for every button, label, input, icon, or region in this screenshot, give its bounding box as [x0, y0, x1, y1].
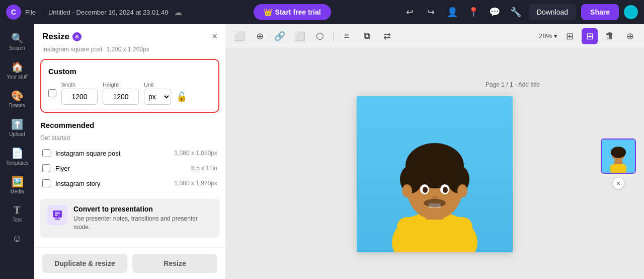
panel-subtitle: Instagram square post 1,200 x 1,200px [34, 46, 225, 59]
sidebar-item-your-stuff[interactable]: 🏠 Your stuff [2, 57, 32, 84]
sidebar-item-media[interactable]: 🖼️ Media [2, 172, 32, 198]
page-overview-icon[interactable]: ⊞ [561, 28, 578, 44]
svg-point-2 [76, 37, 77, 38]
align-tool-icon[interactable]: ≡ [339, 28, 355, 44]
svg-rect-5 [55, 215, 58, 216]
svg-rect-7 [397, 217, 472, 252]
comment-icon[interactable]: 💬 [487, 4, 503, 20]
zoom-dropdown-icon: ▾ [554, 32, 557, 40]
template-instagram-story-name: Instagram story [55, 180, 170, 187]
people-icon[interactable]: 👤 [444, 4, 460, 20]
file-menu[interactable]: File [25, 9, 36, 16]
start-trial-button[interactable]: 👑 Start free trial [254, 4, 331, 20]
width-input[interactable] [61, 89, 98, 105]
height-group: Height [103, 82, 139, 105]
template-instagram-square-size: 1,080 x 1,080px [175, 150, 217, 157]
instagram-square-checkbox[interactable] [42, 149, 50, 157]
media-icon: 🖼️ [11, 176, 24, 188]
topbar-right: ↩ ↪ 👤 📍 💬 🔧 Download Share [402, 4, 638, 20]
sidebar-label-text: Text [13, 217, 22, 223]
translate-tool-icon[interactable]: ⇄ [379, 28, 395, 44]
sidebar-label-upload: Upload [9, 131, 25, 137]
active-tool-icon[interactable]: ⊞ [582, 28, 598, 44]
convert-icon [47, 205, 67, 225]
sidebar: 🔍 Search 🏠 Your stuff 🎨 Brands ⬆️ Upload… [0, 24, 34, 279]
sidebar-item-text[interactable]: T Text [2, 200, 32, 227]
aspect-ratio-checkbox[interactable] [48, 89, 56, 97]
template-item-flyer[interactable]: Flyer 8.5 x 11in [40, 161, 219, 176]
toolbar-right: 28% ▾ ⊞ ⊞ 🗑 ⊕ [539, 28, 638, 44]
canvas-toolbar: ⬜ ⊕ 🔗 ⬜ ⬡ ≡ ⧉ ⇄ 28% ▾ ⊞ ⊞ 🗑 ⊕ [225, 24, 644, 48]
convert-banner[interactable]: Convert to presentation Use presenter no… [40, 199, 219, 238]
link-tool-icon[interactable]: 🔗 [272, 28, 288, 44]
svg-point-18 [423, 187, 428, 193]
thumbnail-card[interactable] [601, 138, 636, 174]
template-flyer-name: Flyer [55, 165, 186, 172]
svg-point-23 [402, 184, 412, 197]
download-button[interactable]: Download [529, 4, 576, 20]
text-icon: T [14, 204, 20, 216]
canva-logo: C [6, 5, 21, 20]
get-started-label: Get started [40, 134, 219, 142]
thumbnail-preview [602, 140, 635, 173]
circle-tool-icon[interactable]: ⬡ [312, 28, 328, 44]
sidebar-item-brands[interactable]: 🎨 Brands [2, 86, 32, 112]
sidebar-item-templates[interactable]: 📄 Templates [2, 143, 32, 170]
flyer-checkbox[interactable] [42, 164, 50, 172]
sidebar-label-brands: Brands [9, 103, 25, 108]
custom-section: Custom Width Height Unit px [40, 59, 219, 113]
brands-icon: 🎨 [11, 90, 24, 102]
template-flyer-size: 8.5 x 11in [191, 165, 217, 172]
width-group: Width [61, 82, 98, 105]
close-panel-button[interactable]: × [212, 31, 217, 42]
dimension-row: Width Height Unit px cm mm in [48, 82, 211, 105]
resize-panel: Resize × Instagram square post 1,200 x 1… [34, 24, 225, 279]
svg-point-22 [424, 199, 446, 207]
sidebar-item-apps[interactable]: ☺ [2, 229, 32, 249]
magic-icon[interactable]: 🔧 [508, 4, 524, 20]
canvas-frame [357, 96, 513, 252]
panel-title-text: Resize [42, 32, 69, 42]
divider [42, 7, 42, 17]
delete-icon[interactable]: 🗑 [602, 28, 618, 44]
lock-icon[interactable]: 🔓 [176, 91, 187, 102]
topbar-center: 👑 Start free trial [186, 4, 397, 20]
crown-icon: 👑 [264, 8, 272, 16]
frame-tool-icon[interactable]: ⬜ [231, 28, 248, 44]
copy-tool-icon[interactable]: ⧉ [359, 28, 375, 44]
custom-title: Custom [48, 67, 211, 76]
resize-button[interactable]: Resize [132, 254, 217, 273]
main-area: 🔍 Search 🏠 Your stuff 🎨 Brands ⬆️ Upload… [0, 24, 644, 279]
height-input[interactable] [103, 89, 139, 105]
sidebar-item-upload[interactable]: ⬆️ Upload [2, 114, 32, 141]
template-item-instagram-square[interactable]: Instagram square post 1,080 x 1,080px [40, 146, 219, 161]
canvas-wrap: ⬜ ⊕ 🔗 ⬜ ⬡ ≡ ⧉ ⇄ 28% ▾ ⊞ ⊞ 🗑 ⊕ Pag [225, 24, 644, 279]
avatar[interactable] [624, 5, 638, 19]
cloud-sync-icon: ☁ [174, 8, 182, 17]
width-label: Width [61, 82, 98, 88]
duplicate-resize-button[interactable]: Duplicate & resize [42, 254, 127, 273]
add-page-icon[interactable]: ⊕ [622, 28, 638, 44]
sidebar-item-search[interactable]: 🔍 Search [2, 28, 32, 55]
grid-tool-icon[interactable]: ⊕ [252, 28, 268, 44]
thumbnail-close-button[interactable]: × [613, 178, 624, 189]
shape-tool-icon[interactable]: ⬜ [292, 28, 308, 44]
template-instagram-story-size: 1,080 x 1,920px [175, 180, 217, 187]
unit-select[interactable]: px cm mm in [144, 89, 171, 105]
svg-point-27 [611, 147, 626, 158]
instagram-story-checkbox[interactable] [42, 179, 50, 187]
share-button[interactable]: Share [581, 4, 619, 20]
location-icon[interactable]: 📍 [465, 4, 481, 20]
convert-text: Convert to presentation Use presenter no… [73, 205, 212, 232]
page-label: Page 1 / 1 - Add title [486, 81, 540, 88]
toolbar-separator [333, 30, 334, 42]
zoom-control[interactable]: 28% ▾ [539, 32, 557, 40]
zoom-value: 28% [539, 32, 552, 40]
trial-label: Start free trial [275, 8, 321, 16]
panel-scroll[interactable]: Custom Width Height Unit px [34, 59, 225, 247]
undo-button[interactable]: ↩ [402, 4, 418, 20]
doc-title: Untitled - December 16, 2024 at 23.01.49 [48, 9, 168, 16]
redo-button[interactable]: ↪ [423, 4, 439, 20]
template-item-instagram-story[interactable]: Instagram story 1,080 x 1,920px [40, 176, 219, 191]
sidebar-label-search: Search [9, 45, 25, 51]
